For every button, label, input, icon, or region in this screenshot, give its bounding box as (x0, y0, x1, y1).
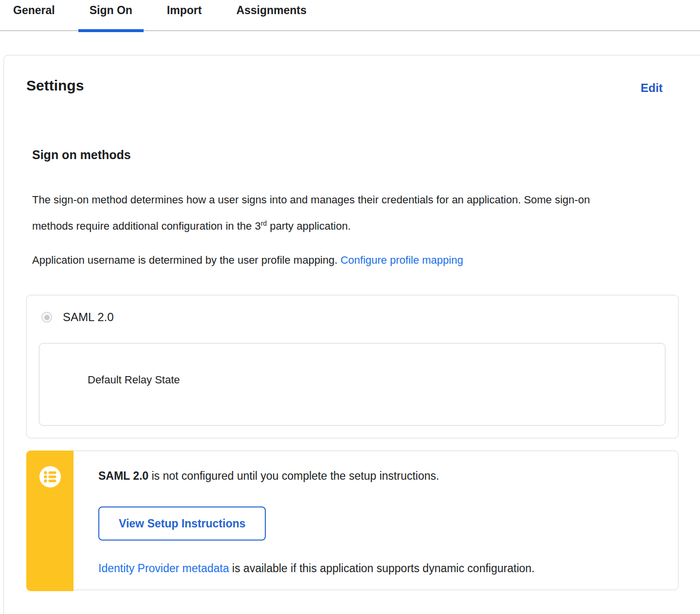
tab-import[interactable]: Import (156, 0, 213, 31)
saml-warning-banner: SAML 2.0 is not configured until you com… (26, 451, 679, 590)
tab-sign-on[interactable]: Sign On (78, 0, 144, 31)
banner-message-rest: is not configured until you complete the… (148, 470, 439, 482)
banner-metadata-note: Identity Provider metadata is available … (98, 562, 534, 575)
relay-state-field-box: Default Relay State (39, 343, 665, 426)
settings-card: Settings Edit Sign on methods The sign-o… (3, 55, 700, 614)
page-title: Settings (26, 77, 84, 94)
sign-on-methods-heading: Sign on methods (32, 148, 131, 162)
banner-metadata-rest: is available if this application support… (229, 562, 534, 575)
username-mapping-text: Application username is determined by th… (32, 254, 340, 266)
saml-radio-label: SAML 2.0 (63, 310, 114, 324)
edit-link[interactable]: Edit (641, 81, 663, 95)
list-icon (39, 466, 61, 488)
saml-radio-button[interactable] (41, 312, 52, 323)
app-tab-bar: General Sign On Import Assignments (0, 0, 700, 31)
description-superscript: rd (261, 219, 267, 227)
relay-state-label: Default Relay State (88, 374, 180, 386)
identity-provider-metadata-link[interactable]: Identity Provider metadata (98, 562, 229, 575)
saml-radio-dot (44, 315, 50, 320)
username-mapping-note: Application username is determined by th… (32, 248, 655, 272)
tab-assignments[interactable]: Assignments (225, 0, 317, 31)
banner-message-strong: SAML 2.0 (98, 470, 148, 482)
configure-profile-mapping-link[interactable]: Configure profile mapping (340, 254, 463, 266)
tab-general[interactable]: General (2, 0, 66, 31)
saml-method-box: SAML 2.0 Default Relay State (26, 295, 679, 438)
banner-message: SAML 2.0 is not configured until you com… (98, 470, 439, 483)
description-text-tail: party application. (267, 220, 350, 232)
view-setup-instructions-button[interactable]: View Setup Instructions (98, 506, 266, 541)
sign-on-methods-description: The sign-on method determines how a user… (32, 188, 626, 238)
